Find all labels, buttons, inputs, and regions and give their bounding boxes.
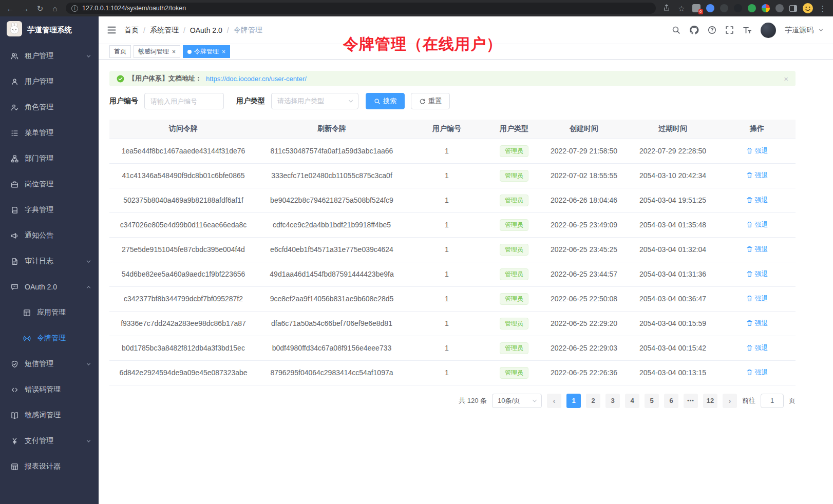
breadcrumb-item[interactable]: 系统管理 <box>150 26 179 35</box>
close-icon[interactable]: × <box>784 75 788 83</box>
sidebar-item[interactable]: 菜单管理 <box>0 120 99 146</box>
table-row: 41c41346a548490f9dc8b01c6bfe0865333ecfc7… <box>109 163 796 188</box>
create-time-cell: 2022-07-29 21:58:50 <box>541 139 627 163</box>
site-info-icon[interactable]: i <box>71 5 78 12</box>
force-logout-label: 强退 <box>755 319 768 328</box>
tab-敏感词管理[interactable]: 敏感词管理× <box>134 45 180 58</box>
forward-icon[interactable]: → <box>21 5 29 12</box>
user-id-input[interactable] <box>144 93 224 109</box>
refresh-token-cell: 9ce8ef2aa9f14056b831ae9b608e28d5 <box>257 286 406 311</box>
force-logout-button[interactable]: 强退 <box>746 220 768 229</box>
help-icon[interactable] <box>708 26 716 34</box>
force-logout-button[interactable]: 强退 <box>746 245 768 254</box>
table-row: 54d6be82ee5a460a9aedc1f9bf22365649d1aa46… <box>109 262 796 286</box>
pager-page-1[interactable]: 1 <box>566 394 581 408</box>
delete-icon <box>746 320 753 326</box>
bookmark-star-icon[interactable]: ☆ <box>677 5 686 12</box>
close-icon[interactable]: × <box>172 49 176 55</box>
force-logout-button[interactable]: 强退 <box>746 196 768 205</box>
extensions-puzzle-icon[interactable] <box>762 4 770 12</box>
sidebar-item-active[interactable]: 令牌管理 <box>0 325 99 351</box>
expire-time-cell: 2054-03-04 00:13:15 <box>627 360 718 385</box>
sidebar-item[interactable]: 应用管理 <box>0 300 99 325</box>
sidebar-item[interactable]: 报表设计器 <box>0 454 99 479</box>
extension-icon[interactable] <box>748 4 756 12</box>
sidebar-item[interactable]: 租户管理 <box>0 43 99 69</box>
sidebar-item[interactable]: 部门管理 <box>0 146 99 171</box>
pager-page-3[interactable]: 3 <box>605 394 620 408</box>
force-logout-button[interactable]: 强退 <box>746 319 768 328</box>
sidebar-item[interactable]: 通知公告 <box>0 223 99 248</box>
chevron-up-icon <box>86 284 91 290</box>
close-icon[interactable]: × <box>222 49 225 55</box>
pager-page-4[interactable]: 4 <box>625 394 639 408</box>
sidebar-item[interactable]: 短信管理 <box>0 351 99 377</box>
user-id-cell: 1 <box>406 336 487 360</box>
prev-page-button[interactable]: ‹ <box>547 394 561 408</box>
reset-button[interactable]: 重置 <box>411 93 450 109</box>
chevron-down-icon[interactable] <box>818 27 824 33</box>
browser-menu-icon[interactable]: ⋮ <box>819 5 827 12</box>
github-icon[interactable] <box>689 25 699 35</box>
extension-icon[interactable]: 0 <box>692 4 701 12</box>
extension-icon[interactable] <box>734 4 742 12</box>
sidebar-item[interactable]: 错误码管理 <box>0 377 99 402</box>
pager-page-2[interactable]: 2 <box>586 394 600 408</box>
breadcrumb-item[interactable]: 首页 <box>124 26 139 35</box>
browser-profile-avatar[interactable] <box>803 3 813 13</box>
sidebar-item[interactable]: 支付管理 <box>0 428 99 454</box>
app-logo[interactable]: 芋道管理系统 <box>0 16 99 43</box>
app-window: 芋道管理系统 租户管理用户管理角色管理菜单管理部门管理岗位管理字典管理通知公告审… <box>0 16 833 504</box>
split-view-icon[interactable] <box>789 5 797 12</box>
breadcrumb-item: 令牌管理 <box>234 26 262 35</box>
pager-page-12[interactable]: 12 <box>703 394 717 408</box>
next-page-button[interactable]: › <box>723 394 737 408</box>
page-size-select[interactable]: 10条/页 <box>492 394 542 408</box>
force-logout-button[interactable]: 强退 <box>746 171 768 180</box>
address-bar[interactable]: i 127.0.0.1:1024/system/oauth2/token <box>66 3 656 14</box>
force-logout-button[interactable]: 强退 <box>746 146 768 156</box>
pager-page-5[interactable]: 5 <box>645 394 659 408</box>
sidebar-item[interactable]: 角色管理 <box>0 94 99 120</box>
force-logout-button[interactable]: 强退 <box>746 269 768 279</box>
reload-icon[interactable]: ↻ <box>36 5 44 12</box>
sidebar-item[interactable]: 岗位管理 <box>0 171 99 197</box>
fontsize-icon[interactable] <box>743 26 752 35</box>
force-logout-button[interactable]: 强退 <box>746 294 768 303</box>
search-button[interactable]: 搜索 <box>366 93 405 109</box>
sidebar-item[interactable]: 字典管理 <box>0 197 99 223</box>
app-title: 芋道管理系统 <box>27 25 72 35</box>
force-logout-button[interactable]: 强退 <box>746 343 768 353</box>
sidebar-item[interactable]: 审计日志 <box>0 248 99 274</box>
home-icon[interactable]: ⌂ <box>51 5 59 12</box>
extension-icon[interactable] <box>720 4 728 12</box>
user-type-select[interactable]: 请选择用户类型 <box>271 93 358 109</box>
back-icon[interactable]: ← <box>6 5 14 12</box>
fullscreen-icon[interactable] <box>725 26 734 34</box>
extension-icon[interactable] <box>706 4 714 12</box>
tab-首页[interactable]: 首页 <box>109 45 131 58</box>
alert-doc-link[interactable]: https://doc.iocoder.cn/user-center/ <box>206 75 307 83</box>
user-avatar[interactable] <box>761 23 776 38</box>
force-logout-button[interactable]: 强退 <box>746 368 768 377</box>
extension-icon[interactable] <box>775 4 784 12</box>
tab-令牌管理[interactable]: 令牌管理× <box>183 45 230 58</box>
sidebar-item-label: 用户管理 <box>25 77 53 86</box>
pager-more-button[interactable]: ••• <box>684 394 698 408</box>
sidebar-toggle-icon[interactable] <box>107 25 117 35</box>
search-icon[interactable] <box>672 26 680 34</box>
sidebar-item[interactable]: 敏感词管理 <box>0 402 99 428</box>
sidebar-item-label: 支付管理 <box>25 436 53 445</box>
sidebar-item[interactable]: OAuth 2.0 <box>0 274 99 300</box>
force-logout-label: 强退 <box>755 146 768 156</box>
table-row: f9336e7c7dd242a283ee98dc86b17a87dfa6c71a… <box>109 311 796 336</box>
user-name[interactable]: 芋道源码 <box>785 26 813 35</box>
breadcrumb-item[interactable]: OAuth 2.0 <box>190 26 222 34</box>
goto-page-input[interactable] <box>761 394 784 408</box>
share-icon[interactable] <box>662 4 671 12</box>
sidebar-item-label: 错误码管理 <box>25 385 61 394</box>
action-cell: 强退 <box>718 188 796 212</box>
sidebar-item[interactable]: 用户管理 <box>0 69 99 94</box>
pager-page-6[interactable]: 6 <box>664 394 678 408</box>
expire-time-cell: 2054-03-04 01:35:48 <box>627 212 718 237</box>
